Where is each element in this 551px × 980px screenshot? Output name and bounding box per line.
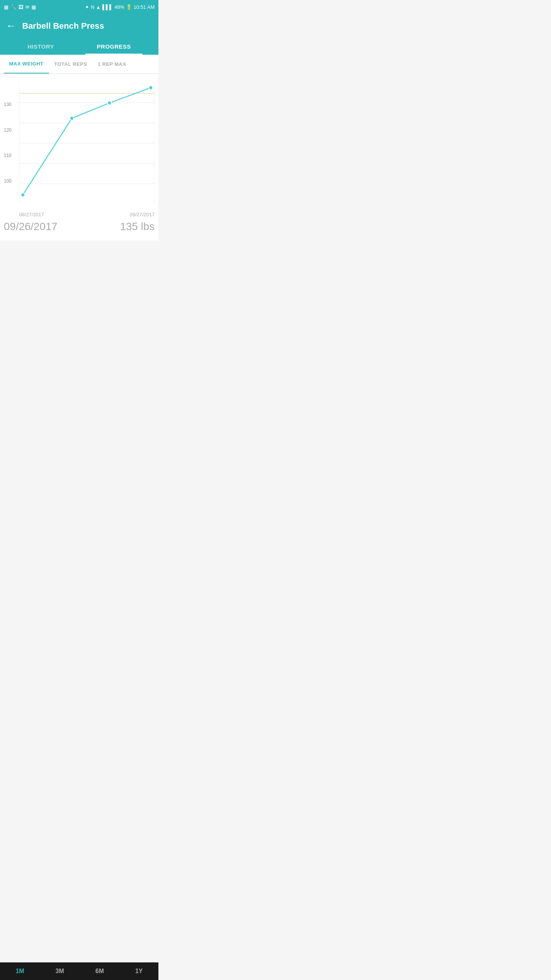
tab-max-weight[interactable]: MAX WEIGHT — [4, 55, 49, 74]
chart-svg — [19, 82, 155, 204]
settings-icon: 🔧 — [10, 4, 16, 10]
y-axis-labels: 130 120 110 100 — [4, 82, 11, 204]
chart-container: 130 120 110 100 — [0, 74, 158, 208]
y-label-130: 130 — [4, 102, 11, 107]
svg-point-10 — [149, 86, 153, 90]
extra-icon: ▦ — [31, 4, 36, 10]
signal-icon: ▌▌▌ — [102, 4, 113, 10]
header: ← Barbell Bench Press HISTORY PROGRESS — [0, 14, 158, 55]
current-info: 09/26/2017 135 lbs — [0, 219, 158, 240]
back-button[interactable]: ← — [6, 20, 16, 32]
tab-progress[interactable]: PROGRESS — [85, 39, 142, 55]
tab-history[interactable]: HISTORY — [16, 39, 65, 55]
page-title: Barbell Bench Press — [22, 21, 104, 31]
bluetooth-icon: ✦ — [85, 4, 89, 10]
chart-wrapper: 130 120 110 100 — [19, 82, 155, 204]
svg-point-7 — [21, 193, 25, 197]
mail-icon: ✉ — [25, 4, 29, 10]
wifi-icon: ▲ — [96, 4, 101, 10]
y-label-110: 110 — [4, 153, 11, 158]
sub-tabs: MAX WEIGHT TOTAL REPS 1 REP MAX — [0, 55, 158, 74]
image-icon: 🖼 — [18, 4, 23, 10]
current-value: 135 lbs — [120, 220, 155, 233]
y-label-100: 100 — [4, 178, 11, 184]
header-top: ← Barbell Bench Press — [6, 20, 152, 32]
header-tabs: HISTORY PROGRESS — [6, 39, 152, 55]
start-date: 08/27/2017 — [19, 212, 44, 217]
battery-icon: 🔋 — [126, 4, 132, 10]
carrier-icon: ▦ — [4, 4, 8, 10]
current-date: 09/26/2017 — [4, 220, 57, 233]
status-bar-right: ✦ N ▲ ▌▌▌ 48% 🔋 10:51 AM — [85, 4, 155, 10]
svg-point-8 — [70, 116, 74, 120]
date-range: 08/27/2017 09/27/2017 — [0, 208, 158, 219]
battery-percent: 48% — [114, 4, 124, 10]
svg-point-9 — [108, 101, 111, 105]
tab-total-reps[interactable]: TOTAL REPS — [49, 55, 93, 73]
time: 10:51 AM — [134, 4, 155, 10]
y-label-120: 120 — [4, 127, 11, 133]
status-bar: ▦ 🔧 🖼 ✉ ▦ ✦ N ▲ ▌▌▌ 48% 🔋 10:51 AM — [0, 0, 158, 14]
nfc-icon: N — [91, 4, 94, 10]
end-date: 09/27/2017 — [130, 212, 155, 217]
status-bar-left: ▦ 🔧 🖼 ✉ ▦ — [4, 4, 36, 10]
tab-1rep-max[interactable]: 1 REP MAX — [92, 55, 131, 73]
